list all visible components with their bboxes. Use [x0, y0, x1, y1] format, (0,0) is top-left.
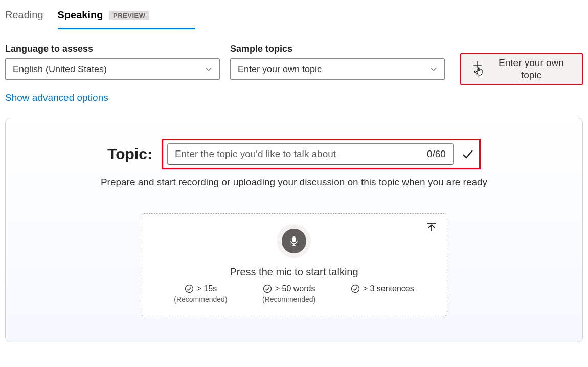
enter-own-topic-label: Enter your own topic [490, 57, 573, 81]
chevron-down-icon [430, 66, 437, 73]
criterion-sentences: > 3 sentences [351, 284, 414, 304]
recording-card: Press the mic to start talking > 15s (Re… [141, 213, 447, 316]
topic-placeholder: Enter the topic you'd like to talk about [175, 148, 336, 160]
tab-reading[interactable]: Reading [5, 4, 43, 29]
criterion-duration-sub: (Recommended) [174, 295, 227, 304]
upload-icon [425, 221, 438, 233]
sample-topics-field: Sample topics Enter your own topic [230, 44, 445, 80]
language-label: Language to assess [5, 44, 220, 54]
svg-rect-0 [292, 236, 296, 242]
criterion-duration-text: > 15s [197, 284, 217, 293]
svg-point-3 [351, 285, 359, 293]
topic-heading: Topic: [107, 145, 152, 163]
mic-inner [282, 229, 306, 253]
topic-input[interactable]: Enter the topic you'd like to talk about… [167, 143, 454, 165]
svg-point-1 [185, 285, 193, 293]
microphone-icon [288, 235, 300, 247]
tab-speaking[interactable]: Speaking PREVIEW [58, 4, 150, 29]
language-field: Language to assess English (United State… [5, 44, 220, 80]
chevron-down-icon [205, 66, 212, 73]
criteria-row: > 15s (Recommended) > 50 words (Recommen… [156, 284, 432, 304]
confirm-topic-button[interactable] [461, 147, 475, 161]
instruction-text: Prepare and start recording or uploading… [21, 177, 567, 188]
mic-button[interactable] [277, 224, 311, 258]
check-circle-icon [185, 284, 194, 293]
criterion-duration: > 15s (Recommended) [174, 284, 227, 304]
check-circle-icon [263, 284, 272, 293]
criterion-words: > 50 words (Recommended) [262, 284, 315, 304]
enter-own-topic-button[interactable]: Enter your own topic [460, 53, 583, 85]
topic-input-callout: Enter the topic you'd like to talk about… [162, 139, 481, 169]
sample-topics-value: Enter your own topic [238, 64, 322, 75]
criterion-words-text: > 50 words [275, 284, 315, 293]
criterion-words-sub: (Recommended) [262, 295, 315, 304]
topic-row: Topic: Enter the topic you'd like to tal… [21, 139, 567, 169]
criterion-sentences-text: > 3 sentences [363, 284, 414, 293]
language-value: English (United States) [13, 64, 107, 75]
language-select[interactable]: English (United States) [5, 58, 220, 80]
show-advanced-options-link[interactable]: Show advanced options [5, 92, 108, 103]
main-panel: Topic: Enter the topic you'd like to tal… [5, 118, 583, 342]
preview-badge: PREVIEW [109, 11, 149, 20]
sample-topics-select[interactable]: Enter your own topic [230, 58, 445, 80]
upload-button[interactable] [425, 221, 438, 235]
form-row: Language to assess English (United State… [5, 44, 583, 80]
tabs: Reading Speaking PREVIEW [5, 0, 583, 29]
tab-speaking-label: Speaking [58, 9, 103, 20]
svg-point-2 [263, 285, 271, 293]
recording-prompt: Press the mic to start talking [156, 266, 432, 278]
plus-with-cursor-icon [470, 60, 485, 78]
check-circle-icon [351, 284, 360, 293]
topic-char-counter: 0/60 [427, 148, 446, 160]
check-icon [461, 147, 474, 161]
sample-topics-label: Sample topics [230, 44, 445, 54]
